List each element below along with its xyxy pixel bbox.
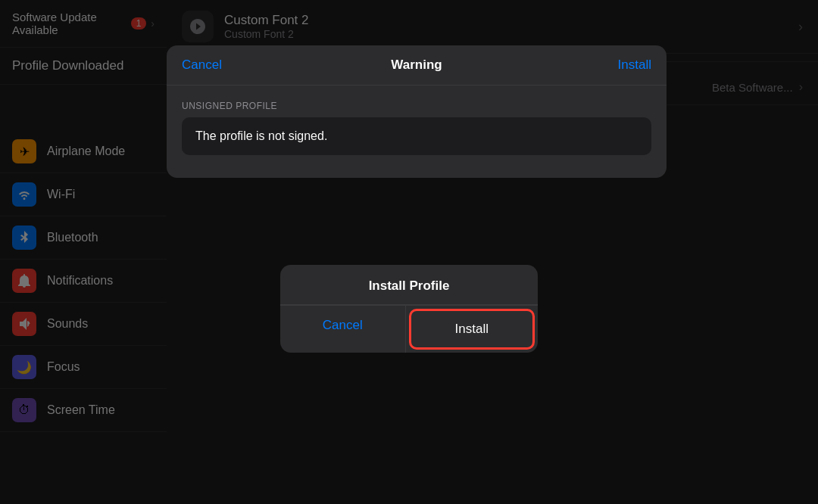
- install-profile-buttons: Cancel Install: [280, 305, 538, 353]
- unsigned-profile-message: The profile is not signed.: [182, 117, 651, 155]
- install-dialog-cancel-button[interactable]: Cancel: [280, 306, 406, 353]
- warning-modal-header: Cancel Warning Install: [167, 45, 667, 86]
- warning-cancel-button[interactable]: Cancel: [182, 58, 339, 73]
- install-dialog-install-button[interactable]: Install: [409, 309, 535, 350]
- unsigned-profile-label: UNSIGNED PROFILE: [182, 101, 651, 111]
- warning-modal: Cancel Warning Install UNSIGNED PROFILE …: [167, 45, 667, 178]
- warning-modal-title: Warning: [339, 58, 495, 73]
- warning-modal-body: UNSIGNED PROFILE The profile is not sign…: [167, 86, 667, 178]
- install-profile-title: Install Profile: [280, 265, 538, 305]
- warning-install-button[interactable]: Install: [495, 58, 651, 73]
- install-profile-dialog: Install Profile Cancel Install: [280, 265, 538, 353]
